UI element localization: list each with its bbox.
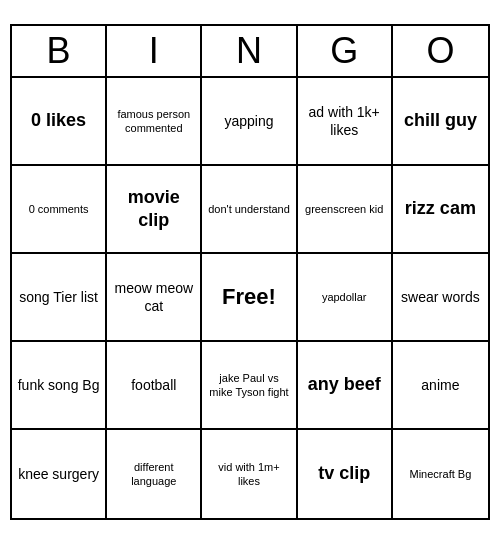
bingo-cell-15: funk song Bg — [12, 342, 107, 430]
bingo-cell-text-23: tv clip — [318, 462, 370, 485]
bingo-cell-text-12: Free! — [222, 283, 276, 312]
bingo-cell-text-6: movie clip — [111, 186, 196, 233]
bingo-cell-text-19: anime — [421, 376, 459, 394]
bingo-cell-24: Minecraft Bg — [393, 430, 488, 518]
bingo-grid: 0 likesfamous person commentedyappingad … — [12, 78, 488, 518]
bingo-cell-11: meow meow cat — [107, 254, 202, 342]
bingo-cell-18: any beef — [298, 342, 393, 430]
bingo-cell-text-2: yapping — [224, 112, 273, 130]
bingo-cell-5: 0 comments — [12, 166, 107, 254]
bingo-cell-20: knee surgery — [12, 430, 107, 518]
bingo-cell-7: don't understand — [202, 166, 297, 254]
header-letter-g: G — [298, 26, 393, 76]
bingo-cell-text-0: 0 likes — [31, 109, 86, 132]
bingo-cell-text-15: funk song Bg — [18, 376, 100, 394]
bingo-cell-23: tv clip — [298, 430, 393, 518]
bingo-cell-12: Free! — [202, 254, 297, 342]
bingo-cell-21: different language — [107, 430, 202, 518]
bingo-cell-text-21: different language — [111, 460, 196, 489]
bingo-cell-19: anime — [393, 342, 488, 430]
bingo-cell-13: yapdollar — [298, 254, 393, 342]
bingo-cell-0: 0 likes — [12, 78, 107, 166]
header-letter-b: B — [12, 26, 107, 76]
bingo-cell-text-20: knee surgery — [18, 465, 99, 483]
bingo-cell-1: famous person commented — [107, 78, 202, 166]
bingo-cell-14: swear words — [393, 254, 488, 342]
bingo-cell-10: song Tier list — [12, 254, 107, 342]
bingo-cell-text-17: jake Paul vs mike Tyson fight — [206, 371, 291, 400]
bingo-cell-text-9: rizz cam — [405, 197, 476, 220]
bingo-cell-text-4: chill guy — [404, 109, 477, 132]
bingo-cell-text-22: vid with 1m+ likes — [206, 460, 291, 489]
bingo-cell-2: yapping — [202, 78, 297, 166]
bingo-cell-text-5: 0 comments — [29, 202, 89, 216]
bingo-cell-8: greenscreen kid — [298, 166, 393, 254]
bingo-cell-text-16: football — [131, 376, 176, 394]
bingo-cell-text-8: greenscreen kid — [305, 202, 383, 216]
bingo-cell-text-13: yapdollar — [322, 290, 367, 304]
bingo-cell-6: movie clip — [107, 166, 202, 254]
header-letter-i: I — [107, 26, 202, 76]
bingo-header: BINGO — [12, 26, 488, 78]
bingo-cell-17: jake Paul vs mike Tyson fight — [202, 342, 297, 430]
bingo-cell-22: vid with 1m+ likes — [202, 430, 297, 518]
bingo-cell-16: football — [107, 342, 202, 430]
bingo-cell-text-18: any beef — [308, 373, 381, 396]
bingo-cell-text-14: swear words — [401, 288, 480, 306]
bingo-card: BINGO 0 likesfamous person commentedyapp… — [10, 24, 490, 520]
bingo-cell-text-1: famous person commented — [111, 107, 196, 136]
bingo-cell-text-10: song Tier list — [19, 288, 98, 306]
bingo-cell-text-11: meow meow cat — [111, 279, 196, 315]
bingo-cell-9: rizz cam — [393, 166, 488, 254]
header-letter-o: O — [393, 26, 488, 76]
bingo-cell-4: chill guy — [393, 78, 488, 166]
bingo-cell-text-7: don't understand — [208, 202, 290, 216]
bingo-cell-3: ad with 1k+ likes — [298, 78, 393, 166]
bingo-cell-text-3: ad with 1k+ likes — [302, 103, 387, 139]
bingo-cell-text-24: Minecraft Bg — [410, 467, 472, 481]
header-letter-n: N — [202, 26, 297, 76]
